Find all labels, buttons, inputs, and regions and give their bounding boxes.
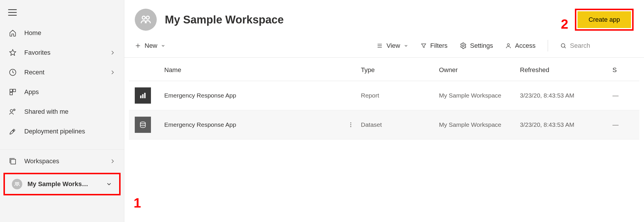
workspace-avatar-icon	[12, 179, 22, 189]
sidebar-item-workspaces[interactable]: Workspaces	[0, 151, 124, 171]
access-button[interactable]: Access	[505, 42, 536, 49]
sidebar-item-label: Apps	[24, 88, 115, 96]
filters-button[interactable]: Filters	[420, 42, 448, 49]
toolbar-label: New	[145, 42, 157, 49]
svg-point-12	[462, 45, 464, 47]
chevron-down-icon	[161, 43, 165, 48]
sidebar-item-home[interactable]: Home	[0, 23, 124, 43]
toolbar-label: Filters	[430, 42, 448, 49]
list-icon	[377, 43, 383, 49]
rocket-icon	[9, 127, 17, 135]
item-refreshed: 3/23/20, 8:43:53 AM	[516, 110, 609, 140]
new-button[interactable]: New	[135, 42, 165, 49]
col-header-owner[interactable]: Owner	[436, 58, 516, 81]
chevron-down-icon	[404, 43, 408, 48]
sidebar-item-label: Recent	[24, 69, 110, 76]
item-refreshed: 3/23/20, 8:43:53 AM	[516, 81, 609, 110]
svg-rect-17	[144, 93, 146, 98]
svg-point-4	[10, 109, 13, 112]
search-group[interactable]	[560, 42, 634, 49]
sidebar-item-recent[interactable]: Recent	[0, 63, 124, 82]
view-button[interactable]: View	[377, 42, 408, 49]
sidebar-item-pipelines[interactable]: Deployment pipelines	[0, 122, 124, 141]
person-icon	[505, 43, 512, 49]
svg-point-13	[507, 44, 509, 46]
svg-rect-15	[140, 96, 142, 98]
filter-icon	[420, 43, 427, 49]
svg-point-20	[350, 124, 351, 125]
sidebar-item-label: Shared with me	[24, 108, 115, 115]
svg-rect-1	[10, 89, 12, 92]
item-name: Emergency Response App	[164, 92, 236, 99]
dataset-icon	[135, 117, 151, 133]
search-icon	[560, 43, 567, 49]
toolbar-label: Settings	[470, 42, 493, 49]
sidebar-item-apps[interactable]: Apps	[0, 82, 124, 102]
star-icon	[9, 49, 17, 57]
current-workspace-label: My Sample Works…	[27, 180, 106, 188]
item-owner: My Sample Workspace	[436, 110, 516, 140]
hamburger-button[interactable]	[0, 7, 124, 23]
item-type: Dataset	[357, 110, 436, 140]
col-header-refreshed[interactable]: Refreshed	[516, 58, 609, 81]
current-workspace-selector[interactable]: My Sample Works…	[3, 173, 121, 195]
clock-icon	[9, 68, 17, 76]
svg-rect-16	[142, 94, 144, 98]
workspace-header: My Sample Workspace Create app	[124, 9, 644, 34]
toolbar-label: View	[386, 42, 400, 49]
chevron-down-icon	[106, 181, 112, 187]
svg-rect-2	[13, 89, 16, 92]
item-owner: My Sample Workspace	[436, 81, 516, 110]
col-header-sensitivity[interactable]: S	[609, 58, 639, 81]
col-header-type[interactable]: Type	[357, 58, 436, 81]
svg-point-19	[350, 122, 351, 123]
gear-icon	[460, 42, 467, 49]
toolbar-divider	[548, 40, 548, 52]
item-name: Emergency Response App	[164, 121, 236, 128]
item-sensitivity: —	[609, 81, 639, 110]
svg-point-10	[142, 16, 145, 19]
svg-rect-7	[11, 159, 16, 164]
report-icon	[135, 87, 151, 104]
svg-point-21	[350, 126, 351, 127]
plus-icon	[135, 43, 141, 49]
main-content: My Sample Workspace Create app New View …	[124, 0, 644, 222]
table-row[interactable]: Emergency Response App Dataset My Sample…	[129, 110, 639, 140]
sidebar: Home Favorites Recent Apps	[0, 0, 124, 222]
create-app-highlight: Create app	[575, 9, 634, 31]
svg-point-9	[17, 182, 19, 184]
svg-point-6	[13, 130, 14, 131]
svg-point-11	[146, 16, 150, 19]
sidebar-item-label: Home	[24, 29, 115, 37]
sidebar-item-favorites[interactable]: Favorites	[0, 43, 124, 63]
search-input[interactable]	[570, 42, 634, 49]
sidebar-item-shared[interactable]: Shared with me	[0, 102, 124, 122]
toolbar-label: Access	[515, 42, 536, 49]
item-type: Report	[357, 81, 436, 110]
chevron-right-icon	[110, 69, 115, 75]
apps-icon	[9, 88, 17, 96]
item-sensitivity: —	[609, 110, 639, 140]
svg-point-5	[14, 109, 15, 111]
workspace-avatar-icon	[135, 9, 157, 31]
create-app-button[interactable]: Create app	[577, 11, 631, 28]
sidebar-item-label: Workspaces	[24, 157, 110, 165]
workspaces-icon	[9, 157, 17, 165]
svg-point-8	[15, 182, 17, 184]
sidebar-item-label: Favorites	[24, 49, 110, 56]
workspace-title: My Sample Workspace	[165, 14, 575, 26]
chevron-right-icon	[110, 50, 115, 56]
shared-icon	[9, 108, 17, 116]
sidebar-item-label: Deployment pipelines	[24, 128, 115, 135]
chevron-right-icon	[110, 158, 115, 164]
content-table: Name Type Owner Refreshed S	[124, 58, 644, 140]
more-options-button[interactable]	[348, 122, 354, 128]
svg-point-14	[561, 44, 565, 47]
toolbar: New View Filters Settings Access	[124, 34, 644, 58]
settings-button[interactable]: Settings	[460, 42, 493, 49]
col-header-name[interactable]: Name	[161, 58, 357, 81]
svg-rect-3	[10, 92, 12, 95]
table-row[interactable]: Emergency Response App Report My Sample …	[129, 81, 639, 110]
svg-point-18	[140, 122, 145, 124]
home-icon	[9, 29, 17, 37]
